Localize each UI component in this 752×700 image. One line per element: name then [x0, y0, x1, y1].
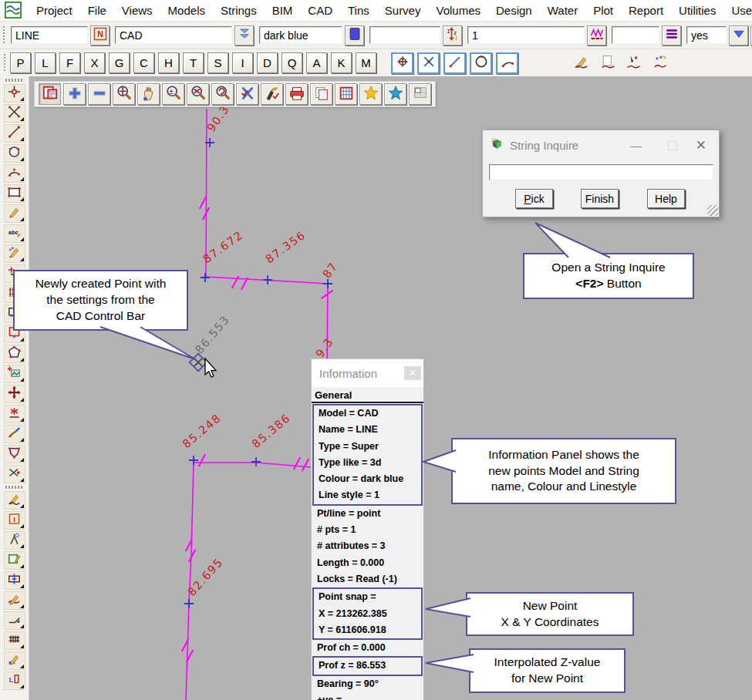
- view-menu-button[interactable]: [39, 83, 61, 105]
- string-symbol-button[interactable]: [649, 52, 671, 74]
- cad-mode-c-button[interactable]: C: [133, 52, 154, 73]
- circle-create-button[interactable]: [4, 144, 25, 163]
- zoom-extents-button[interactable]: [187, 83, 209, 105]
- finish-button[interactable]: Finish: [581, 189, 619, 208]
- pick-button[interactable]: Pick: [515, 189, 553, 208]
- resize-grip[interactable]: [707, 205, 718, 216]
- interval-i-button[interactable]: I: [4, 511, 25, 530]
- zoom-out-button[interactable]: [88, 83, 110, 105]
- menu-survey[interactable]: Survey: [377, 4, 429, 17]
- cad-linestyle-input[interactable]: [467, 26, 585, 44]
- sheet-layout-button[interactable]: [335, 83, 357, 105]
- point-star-button[interactable]: [4, 405, 25, 423]
- menu-cad[interactable]: CAD: [300, 4, 340, 17]
- menu-volumes[interactable]: Volumes: [428, 4, 488, 17]
- zoom-dynamic-button[interactable]: [113, 83, 135, 105]
- cad-mode-l-button[interactable]: L: [35, 52, 56, 73]
- cad-mode-p-button[interactable]: P: [10, 52, 31, 73]
- cad-mode-s-button[interactable]: S: [207, 52, 228, 73]
- cad-arc-button[interactable]: [496, 52, 518, 74]
- string-page-button[interactable]: [596, 52, 619, 74]
- cad-name-input[interactable]: [11, 26, 88, 44]
- zoom-in-button[interactable]: [63, 83, 86, 105]
- cad-mode-a-button[interactable]: A: [306, 52, 327, 73]
- dropdown-triangle-button[interactable]: [729, 25, 748, 45]
- cad-line-button[interactable]: [443, 52, 466, 74]
- maximize-icon[interactable]: [668, 141, 677, 150]
- edit-note-button[interactable]: [4, 551, 25, 570]
- close-icon[interactable]: ✕: [694, 137, 713, 153]
- close-icon[interactable]: ✕: [404, 366, 421, 380]
- copy-view-button[interactable]: [310, 83, 332, 105]
- plot-button[interactable]: [285, 83, 308, 105]
- z-arrows-button[interactable]: 1z: [443, 25, 462, 45]
- rect-create-button[interactable]: [4, 184, 25, 203]
- cad-point-button[interactable]: [391, 52, 413, 74]
- cad-tinable-input[interactable]: [686, 26, 727, 44]
- menu-water[interactable]: Water: [540, 4, 585, 17]
- menu-tins[interactable]: Tins: [340, 4, 377, 17]
- cad-model-input[interactable]: [115, 26, 232, 44]
- polygon-create-button[interactable]: [4, 345, 25, 363]
- menu-user[interactable]: User: [723, 4, 752, 17]
- cad-z-value-input[interactable]: [369, 26, 440, 44]
- move-4way-button[interactable]: [4, 385, 25, 403]
- menu-report[interactable]: Report: [621, 4, 671, 17]
- cad-breakline-input[interactable]: [612, 26, 659, 44]
- point-create-button[interactable]: [4, 84, 25, 103]
- toolbar-drag-handle[interactable]: [5, 79, 24, 82]
- redraw-all-button[interactable]: [236, 83, 258, 105]
- cad-mode-i-button[interactable]: I: [232, 52, 253, 73]
- menu-plot[interactable]: Plot: [585, 4, 621, 17]
- string-pencil-button[interactable]: [570, 52, 592, 74]
- text-pencil-button[interactable]: [4, 204, 25, 223]
- cad-mode-k-button[interactable]: K: [331, 52, 352, 73]
- level-partial-button[interactable]: L: [4, 671, 25, 690]
- cad-mode-f-button[interactable]: F: [59, 52, 80, 73]
- cad-mode-q-button[interactable]: Q: [282, 52, 302, 73]
- shield-polygon-button[interactable]: [4, 445, 25, 463]
- pencil-wave-button[interactable]: [4, 591, 25, 610]
- cad-mode-h-button[interactable]: H: [158, 52, 179, 73]
- zoom-window-button[interactable]: ±: [162, 83, 184, 105]
- menu-models[interactable]: Models: [160, 4, 213, 17]
- string-inquire-input[interactable]: [489, 164, 713, 180]
- survey-station-button[interactable]: [4, 531, 25, 550]
- menu-design[interactable]: Design: [488, 4, 540, 17]
- linestyle-zigzag-button[interactable]: [587, 25, 606, 45]
- string-pen-button[interactable]: [622, 52, 645, 74]
- menu-project[interactable]: Project: [29, 4, 80, 17]
- menu-utilities[interactable]: Utilities: [671, 4, 723, 17]
- cad-mode-t-button[interactable]: T: [183, 52, 204, 73]
- rail-grid-button[interactable]: [4, 631, 25, 650]
- freehand-pencil-button[interactable]: [4, 491, 25, 510]
- point-x-button[interactable]: [4, 104, 25, 123]
- help-button[interactable]: Help: [647, 189, 685, 208]
- menu-file[interactable]: File: [80, 4, 114, 17]
- n-badge-button[interactable]: N: [90, 25, 110, 45]
- angle-line-button[interactable]: [4, 611, 25, 630]
- pipe-edit-button[interactable]: [4, 651, 25, 670]
- arc-create-button[interactable]: [4, 164, 25, 183]
- segment-colors-button[interactable]: [4, 425, 25, 443]
- mirror-rect-button[interactable]: [4, 571, 25, 590]
- cad-x-button[interactable]: [417, 52, 440, 74]
- line-create-button[interactable]: [4, 124, 25, 143]
- menu-strings[interactable]: Strings: [213, 4, 265, 17]
- cad-colour-input[interactable]: [259, 26, 342, 44]
- star-favourite-blue-button[interactable]: [384, 83, 406, 105]
- toolbar-drag-handle[interactable]: [3, 54, 6, 72]
- cad-mode-x-button[interactable]: X: [84, 52, 105, 73]
- minimize-icon[interactable]: —: [621, 139, 651, 152]
- chevron-double-down-button[interactable]: [234, 25, 254, 45]
- cad-mode-g-button[interactable]: G: [109, 52, 130, 73]
- color-swatch-button[interactable]: [345, 25, 364, 45]
- star-favourite-yellow-button[interactable]: [359, 83, 382, 105]
- menu-bim[interactable]: BIM: [265, 4, 301, 17]
- menu-views[interactable]: Views: [114, 4, 160, 17]
- toolbar-drag-handle[interactable]: [2, 26, 5, 45]
- image-insert-button[interactable]: [4, 365, 25, 383]
- cad-circle-button[interactable]: [470, 52, 492, 74]
- corner-window-button[interactable]: [409, 83, 431, 105]
- pan-button[interactable]: [137, 83, 160, 105]
